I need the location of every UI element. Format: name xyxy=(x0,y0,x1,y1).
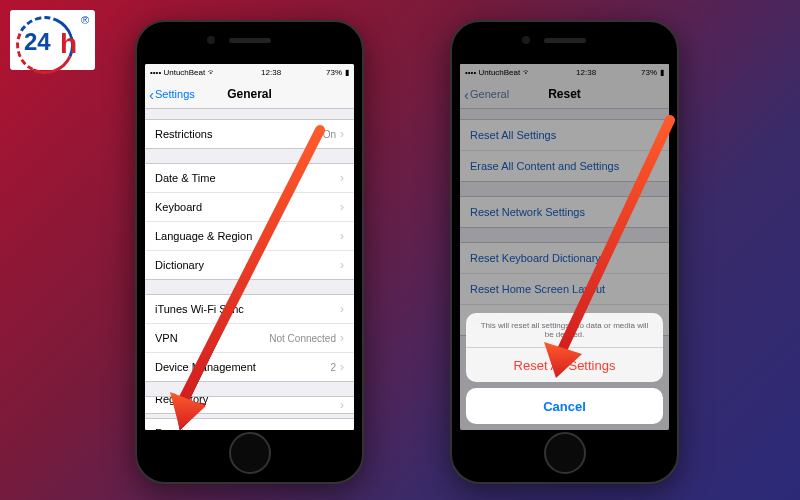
content: Restrictions On › Date & Time› Keyboard›… xyxy=(145,109,354,430)
chevron-right-icon: › xyxy=(340,200,344,214)
carrier: •••• UntuchBeat xyxy=(150,68,205,77)
chevron-right-icon: › xyxy=(340,229,344,243)
row-itunes-sync[interactable]: iTunes Wi-Fi Sync› xyxy=(145,295,354,324)
back-button[interactable]: ‹ Settings xyxy=(149,86,195,103)
back-label: Settings xyxy=(155,88,195,100)
logo-h: h xyxy=(60,28,77,60)
chevron-right-icon: › xyxy=(340,398,344,412)
row-date-time[interactable]: Date & Time› xyxy=(145,164,354,193)
row-restrictions[interactable]: Restrictions On › xyxy=(145,120,354,148)
nav-bar: ‹ Settings General xyxy=(145,80,354,109)
home-button[interactable] xyxy=(544,432,586,474)
logo-24h: 24 h ® xyxy=(10,10,95,70)
row-keyboard[interactable]: Keyboard› xyxy=(145,193,354,222)
row-regulatory[interactable]: Regulatory› xyxy=(145,397,354,413)
home-button[interactable] xyxy=(229,432,271,474)
chevron-right-icon: › xyxy=(340,171,344,185)
speaker-icon xyxy=(544,38,586,43)
speaker-icon xyxy=(229,38,271,43)
chevron-right-icon: › xyxy=(340,426,344,430)
chevron-left-icon: ‹ xyxy=(149,86,154,103)
row-reset[interactable]: Reset› xyxy=(145,419,354,430)
cancel-button[interactable]: Cancel xyxy=(466,388,663,424)
row-vpn[interactable]: VPNNot Connected› xyxy=(145,324,354,353)
action-sheet: This will reset all settings. No data or… xyxy=(466,313,663,424)
wifi-icon: ᯤ xyxy=(208,68,216,77)
chevron-right-icon: › xyxy=(340,258,344,272)
battery-icon: ▮ xyxy=(345,68,349,77)
reset-all-settings-button[interactable]: Reset All Settings xyxy=(466,348,663,382)
chevron-right-icon: › xyxy=(340,127,344,141)
screen-general: •••• UntuchBeat ᯤ 12:38 73% ▮ ‹ Settings… xyxy=(145,64,354,430)
registered-icon: ® xyxy=(81,14,89,26)
page-title: General xyxy=(227,87,272,101)
chevron-right-icon: › xyxy=(340,360,344,374)
phone-reset: •••• UntuchBeatᯤ 12:38 73%▮ ‹ General Re… xyxy=(450,20,679,484)
camera-icon xyxy=(207,36,215,44)
logo-24: 24 xyxy=(24,28,51,56)
screen-reset: •••• UntuchBeatᯤ 12:38 73%▮ ‹ General Re… xyxy=(460,64,669,430)
battery-pct: 73% xyxy=(326,68,342,77)
phone-general: •••• UntuchBeat ᯤ 12:38 73% ▮ ‹ Settings… xyxy=(135,20,364,484)
row-language[interactable]: Language & Region› xyxy=(145,222,354,251)
chevron-right-icon: › xyxy=(340,302,344,316)
chevron-right-icon: › xyxy=(340,331,344,345)
row-dictionary[interactable]: Dictionary› xyxy=(145,251,354,279)
clock: 12:38 xyxy=(261,68,281,77)
status-bar: •••• UntuchBeat ᯤ 12:38 73% ▮ xyxy=(145,64,354,80)
row-device-mgmt[interactable]: Device Management2› xyxy=(145,353,354,381)
sheet-message: This will reset all settings. No data or… xyxy=(466,313,663,348)
camera-icon xyxy=(522,36,530,44)
